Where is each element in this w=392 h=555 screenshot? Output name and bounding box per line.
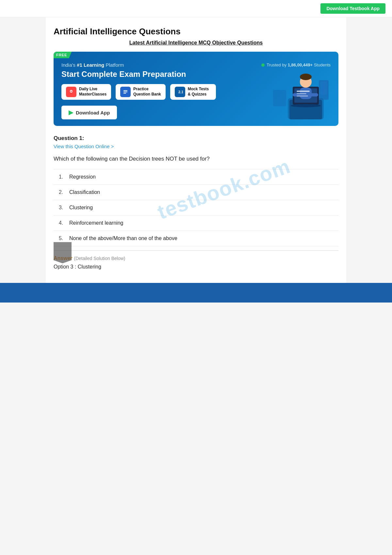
svg-text:2.1: 2.1 <box>178 90 183 94</box>
feature-question-text: Practice Question Bank <box>133 87 161 97</box>
mock-tests-icon: 2.1 <box>175 87 185 97</box>
svg-rect-4 <box>123 90 127 91</box>
banner-platform-text: India's #1 Learning Platform <box>61 62 124 68</box>
svg-rect-21 <box>297 95 308 96</box>
question-bank-icon <box>120 87 131 97</box>
option-5: 5. None of the above/More than one of th… <box>54 231 338 246</box>
top-bar: Download Testbook App <box>0 0 392 17</box>
play-icon: ▶ <box>69 109 73 116</box>
banner-trusted: Trusted by 1,86,00,449+ Students <box>261 62 331 67</box>
question-text: Which of the following can the Decision … <box>54 154 338 163</box>
banner-download-btn[interactable]: ▶ Download App <box>61 106 117 119</box>
feature-live-masterclasses: Daily Live MasterClasses <box>61 84 111 100</box>
free-badge: FREE <box>54 52 72 58</box>
main-content: Artificial Intelligence Questions Latest… <box>46 17 346 283</box>
question-label: Question 1: <box>54 135 338 142</box>
feature-question-bank: Practice Question Bank <box>116 84 166 100</box>
feature-live-text: Daily Live MasterClasses <box>79 87 106 97</box>
live-masterclasses-icon <box>66 87 76 97</box>
svg-rect-5 <box>123 92 127 92</box>
feature-mock-tests: 2.1 Mock Tests & Quizzes <box>170 84 216 100</box>
svg-point-15 <box>300 74 312 80</box>
options-list: 1. Regression 2. Classification 3. Clust… <box>54 169 338 246</box>
page-subtitle: Latest Artificial Intelligence MCQ Objec… <box>54 40 338 46</box>
view-online-link[interactable]: View this Question Online > <box>54 144 114 149</box>
answer-section: Answer (Detailed Solution Below) Option … <box>54 250 338 270</box>
svg-rect-24 <box>273 90 286 106</box>
download-testbook-btn[interactable]: Download Testbook App <box>320 3 385 14</box>
option-1: 1. Regression <box>54 169 338 184</box>
footer-bar <box>0 283 392 303</box>
svg-rect-6 <box>123 93 126 94</box>
svg-point-13 <box>291 104 321 107</box>
page-title: Artificial Intelligence Questions <box>54 26 338 37</box>
option-2: 2. Classification <box>54 184 338 200</box>
option-3: 3. Clustering <box>54 200 338 215</box>
svg-rect-20 <box>297 93 306 94</box>
answer-value: Option 3 : Clustering <box>54 264 338 270</box>
svg-rect-18 <box>308 93 318 96</box>
answer-label: Answer (Detailed Solution Below) <box>54 255 338 261</box>
svg-rect-23 <box>320 82 327 95</box>
bookmark-icon <box>54 242 72 263</box>
promo-banner: FREE India's #1 Learning Platform Truste… <box>54 52 338 126</box>
option-4: 4. Reinforcement learning <box>54 215 338 231</box>
banner-illustration <box>270 67 335 126</box>
feature-mock-text: Mock Tests & Quizzes <box>188 87 209 97</box>
trusted-dot-icon <box>261 63 265 67</box>
question-section: testbook.com Question 1: View this Quest… <box>54 135 338 270</box>
answer-hint: (Detailed Solution Below) <box>74 256 125 261</box>
svg-rect-19 <box>297 91 310 92</box>
